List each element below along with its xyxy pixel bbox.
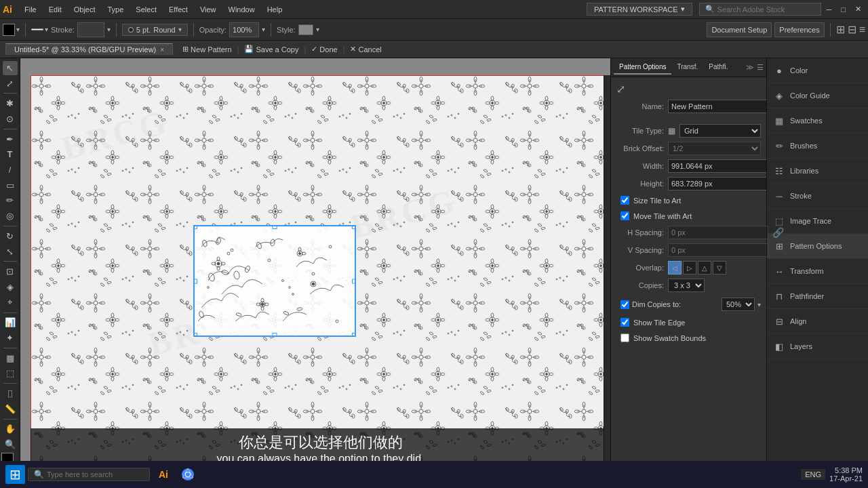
pencil-tool[interactable]: ✏ — [3, 194, 18, 208]
stroke-width-input[interactable] — [77, 22, 104, 37]
canvas-area[interactable]: BRCG BRCG BRCG — [20, 58, 610, 488]
panel-menu-icon[interactable]: ☰ — [757, 63, 764, 72]
menu-effect[interactable]: Effect — [163, 4, 193, 15]
show-tile-edge-checkbox[interactable] — [620, 318, 629, 327]
stroke-color-preview[interactable]: ▾ — [31, 26, 48, 33]
rotate-tool[interactable]: ↻ — [3, 229, 18, 243]
style-preview[interactable] — [298, 24, 313, 35]
arrange2-icon[interactable]: ⊟ — [848, 23, 856, 36]
menu-edit[interactable]: Edit — [43, 4, 67, 15]
right-panel-item-transform[interactable]: ↔ Transform — [767, 259, 868, 284]
fill-color-swatch[interactable]: ▾ — [3, 24, 20, 36]
preferences-btn[interactable]: Preferences — [774, 22, 824, 37]
tab-close-btn[interactable]: × — [160, 46, 164, 54]
arrange3-icon[interactable]: ≡ — [859, 24, 865, 36]
overlap-bottom-front-btn[interactable]: ▽ — [713, 261, 726, 274]
document-tab[interactable]: Untitled-5* @ 33.33% (RGB/GPU Preview) × — [5, 43, 173, 55]
taskbar-search-box[interactable]: 🔍 — [28, 468, 150, 481]
zoom-tool[interactable]: 🔍 — [3, 437, 18, 451]
pattern-workspace-badge[interactable]: PATTERN WORKSPACE ▾ — [587, 3, 692, 16]
blend-tool[interactable]: ⊡ — [3, 264, 18, 279]
dim-copies-select[interactable]: 50% 25% 75% — [722, 298, 755, 311]
magic-wand-tool[interactable]: ✱ — [3, 96, 18, 110]
hand-tool[interactable]: ✋ — [3, 422, 18, 436]
tab-pattern-options[interactable]: Pattern Options — [614, 60, 671, 75]
taskbar-ai-app[interactable]: Ai — [153, 464, 174, 485]
start-button[interactable]: ⊞ — [5, 465, 25, 484]
selected-tile-box[interactable] — [193, 225, 356, 337]
menu-help[interactable]: Help — [262, 4, 288, 15]
eyedropper-tool[interactable]: ⌷ — [3, 386, 18, 401]
right-panel-item-stroke[interactable]: ─ Stroke — [767, 184, 868, 209]
copies-select[interactable]: 3 x 3 5 x 5 7 x 7 — [668, 279, 705, 292]
graph-tool[interactable]: 📊 — [3, 315, 18, 329]
symbol-tool[interactable]: ✦ — [3, 331, 18, 345]
style-dropdown[interactable]: ▾ — [316, 26, 319, 33]
name-input[interactable] — [668, 100, 768, 113]
stock-search-box[interactable]: 🔍 — [699, 3, 821, 16]
new-pattern-btn[interactable]: ⊞ New Pattern — [182, 45, 232, 54]
menu-file[interactable]: File — [19, 4, 42, 15]
gradient-tool[interactable]: ◈ — [3, 280, 18, 294]
height-input[interactable] — [668, 177, 768, 190]
taskbar-chrome-app[interactable] — [177, 464, 199, 485]
expand-btn[interactable]: ⤢ — [616, 83, 625, 96]
column-graph-tool[interactable]: ▦ — [3, 351, 18, 365]
v-spacing-input[interactable] — [668, 243, 768, 257]
opacity-dropdown[interactable]: ▾ — [262, 26, 265, 33]
right-panel-item-layers[interactable]: ◧ Layers — [767, 334, 868, 359]
arrange-icon[interactable]: ⊞ — [836, 23, 845, 36]
stroke-width-dropdown[interactable]: ▾ — [107, 26, 111, 33]
done-btn[interactable]: ✓ Done — [311, 45, 337, 54]
move-tile-checkbox[interactable] — [620, 211, 629, 220]
right-panel-item-color[interactable]: ● Color — [767, 58, 868, 83]
pen-tool[interactable]: ✒ — [3, 132, 18, 146]
lasso-tool[interactable]: ⊙ — [3, 112, 18, 126]
artboard-tool[interactable]: ⬚ — [3, 367, 18, 381]
right-panel-item-align[interactable]: ⊟ Align — [767, 309, 868, 334]
tab-transform[interactable]: Transf. — [671, 60, 703, 75]
tab-pathfinder[interactable]: Pathfi. — [703, 60, 733, 75]
right-panel-item-libraries[interactable]: ☷ Libraries — [767, 159, 868, 184]
document-setup-btn[interactable]: Document Setup — [707, 22, 772, 37]
width-input[interactable] — [668, 159, 768, 173]
save-copy-btn[interactable]: 💾 Save a Copy — [244, 45, 298, 54]
close-btn[interactable]: ✕ — [851, 5, 865, 14]
blob-tool[interactable]: ◎ — [3, 209, 18, 223]
menu-view[interactable]: View — [195, 4, 222, 15]
tile-type-select[interactable]: Grid Brick by Row Brick by Column Hex by… — [679, 124, 761, 138]
language-badge[interactable]: ENG — [801, 469, 825, 480]
menu-select[interactable]: Select — [130, 4, 162, 15]
minimize-btn[interactable]: ─ — [823, 5, 836, 14]
line-tool[interactable]: / — [3, 163, 18, 177]
scale-tool[interactable]: ⤡ — [3, 245, 18, 259]
type-tool[interactable]: T — [3, 147, 18, 161]
right-panel-item-color-guide[interactable]: ◈ Color Guide — [767, 83, 868, 108]
tab-more-icon[interactable]: ≫ — [746, 63, 754, 72]
size-tile-checkbox[interactable] — [620, 196, 629, 205]
stroke-size-badge[interactable]: 5 pt. Round ▾ — [122, 24, 188, 36]
restore-btn[interactable]: □ — [837, 5, 850, 14]
brick-offset-select[interactable]: 1/2 1/3 1/4 — [668, 142, 761, 155]
vertical-scrollbar[interactable] — [604, 75, 610, 473]
dim-copies-dropdown[interactable]: ▾ — [757, 301, 761, 308]
cancel-btn[interactable]: ✕ Cancel — [350, 45, 381, 54]
menu-object[interactable]: Object — [68, 4, 101, 15]
overlap-left-front-btn[interactable]: ◁ — [668, 261, 682, 274]
menu-window[interactable]: Window — [223, 4, 260, 15]
right-panel-item-pathfinder[interactable]: ⊓ Pathfinder — [767, 284, 868, 309]
show-swatch-checkbox[interactable] — [620, 333, 629, 342]
shape-tool[interactable]: ▭ — [3, 178, 18, 192]
right-panel-item-brushes[interactable]: ✏ Brushes — [767, 134, 868, 159]
direct-selection-tool[interactable]: ⤢ — [3, 77, 18, 91]
stock-search-input[interactable] — [717, 5, 812, 14]
menu-type[interactable]: Type — [102, 4, 130, 15]
overlap-right-front-btn[interactable]: ▷ — [683, 261, 696, 274]
h-spacing-link-icon[interactable]: 🔗 — [772, 227, 784, 238]
measure-tool[interactable]: 📏 — [3, 402, 18, 416]
h-spacing-input[interactable] — [668, 226, 768, 239]
dim-copies-checkbox[interactable] — [620, 300, 629, 309]
right-panel-item-swatches[interactable]: ▦ Swatches — [767, 108, 868, 134]
opacity-input[interactable] — [229, 22, 259, 37]
overlap-top-front-btn[interactable]: △ — [698, 261, 711, 274]
